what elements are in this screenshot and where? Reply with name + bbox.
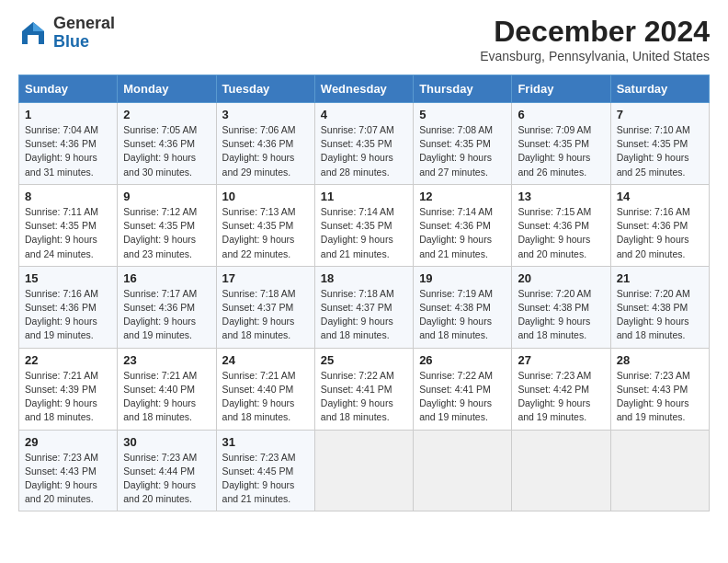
day-info: Sunrise: 7:05 AM Sunset: 4:36 PM Dayligh… [123, 123, 210, 179]
day-info: Sunrise: 7:21 AM Sunset: 4:39 PM Dayligh… [25, 369, 111, 425]
calendar-day-cell: 24Sunrise: 7:21 AM Sunset: 4:40 PM Dayli… [216, 348, 314, 430]
day-number: 29 [25, 435, 111, 449]
weekday-header-cell: Sunday [19, 75, 118, 103]
day-info: Sunrise: 7:23 AM Sunset: 4:45 PM Dayligh… [222, 451, 309, 507]
calendar-day-cell: 30Sunrise: 7:23 AM Sunset: 4:44 PM Dayli… [118, 430, 216, 511]
calendar-day-cell: 31Sunrise: 7:23 AM Sunset: 4:45 PM Dayli… [216, 430, 314, 511]
calendar-day-cell: 21Sunrise: 7:20 AM Sunset: 4:38 PM Dayli… [610, 266, 709, 348]
weekday-header-cell: Saturday [610, 75, 709, 103]
calendar-day-cell: 25Sunrise: 7:22 AM Sunset: 4:41 PM Dayli… [314, 348, 413, 430]
day-number: 26 [419, 353, 506, 367]
calendar-day-cell: 13Sunrise: 7:15 AM Sunset: 4:36 PM Dayli… [512, 184, 610, 266]
calendar-day-cell: 19Sunrise: 7:19 AM Sunset: 4:38 PM Dayli… [414, 266, 512, 348]
day-number: 21 [617, 271, 703, 285]
logo-text: General Blue [53, 15, 115, 52]
day-info: Sunrise: 7:11 AM Sunset: 4:35 PM Dayligh… [25, 205, 111, 261]
calendar-day-cell: 28Sunrise: 7:23 AM Sunset: 4:43 PM Dayli… [610, 348, 709, 430]
day-info: Sunrise: 7:21 AM Sunset: 4:40 PM Dayligh… [222, 369, 309, 425]
calendar-day-cell: 9Sunrise: 7:12 AM Sunset: 4:35 PM Daylig… [118, 184, 216, 266]
day-number: 12 [419, 190, 506, 203]
day-info: Sunrise: 7:13 AM Sunset: 4:35 PM Dayligh… [222, 205, 309, 261]
calendar-week-row: 29Sunrise: 7:23 AM Sunset: 4:43 PM Dayli… [19, 430, 710, 511]
day-info: Sunrise: 7:09 AM Sunset: 4:35 PM Dayligh… [518, 123, 604, 179]
calendar-day-cell: 17Sunrise: 7:18 AM Sunset: 4:37 PM Dayli… [216, 266, 314, 348]
day-info: Sunrise: 7:12 AM Sunset: 4:35 PM Dayligh… [123, 205, 210, 261]
day-number: 24 [222, 353, 309, 367]
title-area: December 2024 Evansburg, Pennsylvania, U… [480, 15, 710, 63]
day-info: Sunrise: 7:07 AM Sunset: 4:35 PM Dayligh… [321, 123, 407, 179]
day-number: 27 [518, 353, 604, 367]
day-number: 20 [518, 271, 604, 285]
day-info: Sunrise: 7:14 AM Sunset: 4:36 PM Dayligh… [419, 205, 506, 261]
weekday-header-cell: Tuesday [216, 75, 314, 103]
month-title: December 2024 [480, 15, 710, 49]
day-number: 30 [123, 435, 210, 449]
day-info: Sunrise: 7:20 AM Sunset: 4:38 PM Dayligh… [518, 287, 604, 343]
weekday-header-cell: Friday [512, 75, 610, 103]
calendar-day-cell: 3Sunrise: 7:06 AM Sunset: 4:36 PM Daylig… [216, 103, 314, 185]
calendar-body: 1Sunrise: 7:04 AM Sunset: 4:36 PM Daylig… [19, 103, 710, 511]
weekday-header-cell: Monday [118, 75, 216, 103]
calendar-week-row: 22Sunrise: 7:21 AM Sunset: 4:39 PM Dayli… [19, 348, 710, 430]
day-info: Sunrise: 7:22 AM Sunset: 4:41 PM Dayligh… [321, 369, 407, 425]
logo: General Blue [18, 15, 115, 52]
day-info: Sunrise: 7:16 AM Sunset: 4:36 PM Dayligh… [25, 287, 111, 343]
day-info: Sunrise: 7:18 AM Sunset: 4:37 PM Dayligh… [321, 287, 407, 343]
calendar-week-row: 8Sunrise: 7:11 AM Sunset: 4:35 PM Daylig… [19, 184, 710, 266]
day-number: 3 [222, 108, 309, 121]
calendar-week-row: 1Sunrise: 7:04 AM Sunset: 4:36 PM Daylig… [19, 103, 710, 185]
calendar-day-cell: 22Sunrise: 7:21 AM Sunset: 4:39 PM Dayli… [19, 348, 118, 430]
day-number: 1 [25, 108, 111, 121]
day-info: Sunrise: 7:17 AM Sunset: 4:36 PM Dayligh… [123, 287, 210, 343]
day-number: 22 [25, 353, 111, 367]
day-number: 16 [123, 271, 210, 285]
svg-rect-2 [28, 35, 39, 44]
calendar-day-cell [314, 430, 413, 511]
svg-marker-1 [33, 22, 44, 31]
calendar-day-cell: 6Sunrise: 7:09 AM Sunset: 4:35 PM Daylig… [512, 103, 610, 185]
calendar-day-cell: 14Sunrise: 7:16 AM Sunset: 4:36 PM Dayli… [610, 184, 709, 266]
day-info: Sunrise: 7:20 AM Sunset: 4:38 PM Dayligh… [617, 287, 703, 343]
day-info: Sunrise: 7:06 AM Sunset: 4:36 PM Dayligh… [222, 123, 309, 179]
calendar-day-cell: 11Sunrise: 7:14 AM Sunset: 4:35 PM Dayli… [314, 184, 413, 266]
day-number: 4 [321, 108, 407, 121]
day-number: 8 [25, 190, 111, 203]
day-info: Sunrise: 7:15 AM Sunset: 4:36 PM Dayligh… [518, 205, 604, 261]
day-number: 2 [123, 108, 210, 121]
calendar-day-cell [610, 430, 709, 511]
day-info: Sunrise: 7:23 AM Sunset: 4:43 PM Dayligh… [25, 451, 111, 507]
calendar-day-cell: 29Sunrise: 7:23 AM Sunset: 4:43 PM Dayli… [19, 430, 118, 511]
day-number: 10 [222, 190, 309, 203]
day-number: 11 [321, 190, 407, 203]
calendar-day-cell [414, 430, 512, 511]
day-number: 15 [25, 271, 111, 285]
calendar-day-cell: 27Sunrise: 7:23 AM Sunset: 4:42 PM Dayli… [512, 348, 610, 430]
day-info: Sunrise: 7:21 AM Sunset: 4:40 PM Dayligh… [123, 369, 210, 425]
day-number: 13 [518, 190, 604, 203]
day-number: 7 [617, 108, 703, 121]
calendar-day-cell: 20Sunrise: 7:20 AM Sunset: 4:38 PM Dayli… [512, 266, 610, 348]
day-number: 23 [123, 353, 210, 367]
calendar-day-cell: 8Sunrise: 7:11 AM Sunset: 4:35 PM Daylig… [19, 184, 118, 266]
calendar-day-cell: 7Sunrise: 7:10 AM Sunset: 4:35 PM Daylig… [610, 103, 709, 185]
calendar-day-cell: 12Sunrise: 7:14 AM Sunset: 4:36 PM Dayli… [414, 184, 512, 266]
day-number: 17 [222, 271, 309, 285]
day-number: 9 [123, 190, 210, 203]
calendar-day-cell: 23Sunrise: 7:21 AM Sunset: 4:40 PM Dayli… [118, 348, 216, 430]
calendar-day-cell: 15Sunrise: 7:16 AM Sunset: 4:36 PM Dayli… [19, 266, 118, 348]
calendar-day-cell: 4Sunrise: 7:07 AM Sunset: 4:35 PM Daylig… [314, 103, 413, 185]
day-number: 5 [419, 108, 506, 121]
calendar-day-cell [512, 430, 610, 511]
calendar-week-row: 15Sunrise: 7:16 AM Sunset: 4:36 PM Dayli… [19, 266, 710, 348]
calendar-day-cell: 26Sunrise: 7:22 AM Sunset: 4:41 PM Dayli… [414, 348, 512, 430]
calendar-day-cell: 18Sunrise: 7:18 AM Sunset: 4:37 PM Dayli… [314, 266, 413, 348]
calendar-table: SundayMondayTuesdayWednesdayThursdayFrid… [18, 75, 710, 511]
weekday-header-cell: Thursday [414, 75, 512, 103]
day-number: 31 [222, 435, 309, 449]
day-info: Sunrise: 7:18 AM Sunset: 4:37 PM Dayligh… [222, 287, 309, 343]
day-info: Sunrise: 7:08 AM Sunset: 4:35 PM Dayligh… [419, 123, 506, 179]
day-info: Sunrise: 7:19 AM Sunset: 4:38 PM Dayligh… [419, 287, 506, 343]
calendar-day-cell: 2Sunrise: 7:05 AM Sunset: 4:36 PM Daylig… [118, 103, 216, 185]
header: General Blue December 2024 Evansburg, Pe… [18, 15, 710, 63]
logo-icon [18, 18, 48, 48]
